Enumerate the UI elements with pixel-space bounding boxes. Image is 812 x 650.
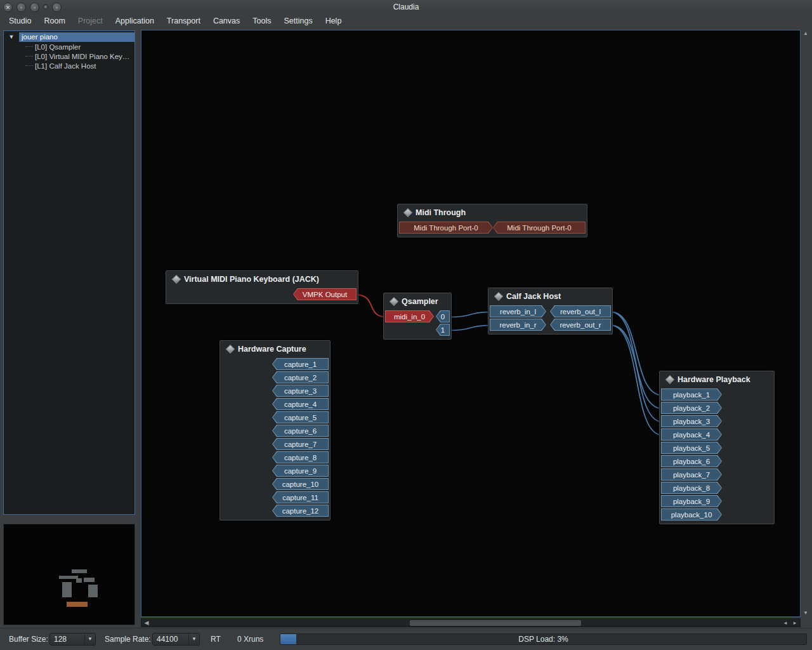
titlebar[interactable]: ✕◦◦·◦ Claudia [0, 0, 812, 14]
port-capture_11[interactable]: capture_11 [272, 491, 329, 503]
canvas-minimap[interactable] [3, 524, 135, 625]
port-capture_1[interactable]: capture_1 [272, 358, 329, 370]
port-capture_3[interactable]: capture_3 [272, 385, 329, 397]
port-Midi Through Port-0[interactable]: Midi Through Port-0 [399, 222, 493, 234]
port-playback_9[interactable]: playback_9 [661, 495, 722, 507]
menu-project: Project [72, 15, 109, 27]
port-playback_8[interactable]: playback_8 [661, 482, 722, 494]
port-capture_4[interactable]: capture_4 [272, 398, 329, 410]
port-label: playback_5 [673, 442, 710, 454]
titlebar-button-2[interactable]: ◦ [30, 3, 39, 12]
port-playback_3[interactable]: playback_3 [661, 415, 722, 427]
port-label: capture_7 [284, 439, 317, 450]
port-playback_1[interactable]: playback_1 [661, 388, 722, 401]
tree-root-label[interactable]: jouer piano [19, 32, 134, 42]
scroll-up-icon[interactable]: ▲ [802, 30, 809, 37]
port-reverb_in_l[interactable]: reverb_in_l [490, 305, 546, 317]
node-title-text: Qsampler [402, 297, 438, 306]
menu-settings[interactable]: Settings [277, 15, 318, 27]
node-title-text: Midi Through [416, 208, 466, 217]
port-playback_2[interactable]: playback_2 [661, 402, 722, 414]
port-playback_6[interactable]: playback_6 [661, 455, 722, 467]
connection-wire [611, 312, 662, 422]
buffer-size-select[interactable]: 128 ▼ [49, 633, 96, 646]
claudia-window: ✕◦◦·◦ Claudia StudioRoomProjectApplicati… [0, 0, 812, 650]
port-label: capture_1 [284, 359, 317, 370]
minimap-node [84, 578, 95, 582]
scroll-right-icon[interactable]: ▸ [790, 619, 799, 627]
patchbay-canvas[interactable]: Midi ThroughMidi Through Port-0Midi Thro… [141, 30, 801, 617]
node-hw-capture[interactable]: Hardware Capturecapture_1capture_2captur… [219, 340, 331, 521]
port-label: playback_6 [673, 456, 710, 467]
node-midi-through[interactable]: Midi ThroughMidi Through Port-0Midi Thro… [397, 204, 587, 237]
port-reverb_out_r[interactable]: reverb_out_r [550, 319, 611, 331]
tree-item-1[interactable]: [L0] Virtual MIDI Piano Key… [4, 51, 134, 61]
tree-item-0[interactable]: [L0] Qsampler [4, 42, 134, 51]
menu-application[interactable]: Application [109, 15, 160, 27]
port-playback_4[interactable]: playback_4 [661, 428, 722, 441]
dsp-load-text: DSP Load: 3% [280, 634, 806, 644]
port-1[interactable]: 1 [436, 324, 450, 336]
scroll-left-icon[interactable]: ◀ [142, 619, 151, 627]
port-capture_12[interactable]: capture_12 [272, 505, 329, 517]
port-VMPK Output[interactable]: VMPK Output [293, 288, 357, 300]
port-label: capture_11 [282, 492, 318, 503]
minimap-node [88, 585, 98, 597]
node-calf[interactable]: Calf Jack Hostreverb_in_lreverb_out_lrev… [488, 288, 613, 335]
port-reverb_out_l[interactable]: reverb_out_l [550, 305, 611, 317]
port-midi_in_0[interactable]: midi_in_0 [385, 310, 434, 322]
port-label: Midi Through Port-0 [414, 222, 478, 234]
tree-item-label: [L1] Calf Jack Host [35, 62, 96, 70]
studio-sidebar: ▼ jouer piano [L0] Qsampler[L0] Virtual … [0, 28, 138, 628]
port-reverb_in_r[interactable]: reverb_in_r [490, 319, 546, 331]
port-label: VMPK Output [303, 289, 347, 300]
minimap-node [62, 582, 72, 597]
port-label: reverb_in_r [499, 319, 536, 331]
node-title: Virtual MIDI Piano Keyboard (JACK) [166, 271, 358, 287]
port-capture_6[interactable]: capture_6 [272, 425, 329, 437]
port-label: midi_in_0 [394, 311, 425, 322]
close-button[interactable]: ✕ [3, 3, 13, 12]
titlebar-indicator-dot[interactable]: · [43, 4, 48, 10]
node-qsampler[interactable]: Qsamplermidi_in_001 [383, 293, 452, 340]
tree-expander-icon[interactable]: ▼ [4, 34, 19, 40]
menu-tools[interactable]: Tools [246, 15, 277, 27]
ladish-diamond-icon [226, 344, 235, 353]
port-row: capture_4 [220, 397, 330, 411]
tree-item-2[interactable]: [L1] Calf Jack Host [4, 61, 134, 70]
port-capture_10[interactable]: capture_10 [272, 478, 329, 490]
ladish-diamond-icon [390, 296, 398, 305]
tree-item-label: [L0] Virtual MIDI Piano Key… [35, 53, 129, 60]
node-vmpk[interactable]: Virtual MIDI Piano Keyboard (JACK)VMPK O… [166, 270, 358, 304]
menu-studio[interactable]: Studio [3, 15, 37, 27]
horizontal-scrollbar-handle[interactable] [410, 620, 581, 626]
port-capture_5[interactable]: capture_5 [272, 411, 329, 423]
menu-transport[interactable]: Transport [160, 15, 207, 27]
menubar: StudioRoomProjectApplicationTransportCan… [0, 14, 812, 28]
sample-rate-select[interactable]: 44100 ▼ [152, 633, 200, 646]
titlebar-button-1[interactable]: ◦ [16, 3, 26, 12]
port-row: playback_2 [660, 401, 774, 415]
port-capture_8[interactable]: capture_8 [272, 451, 329, 463]
port-row: capture_9 [220, 464, 330, 477]
scroll-down-icon[interactable]: ▼ [802, 609, 809, 617]
port-capture_7[interactable]: capture_7 [272, 438, 329, 450]
port-playback_5[interactable]: playback_5 [661, 442, 722, 454]
menu-canvas[interactable]: Canvas [207, 15, 246, 27]
port-capture_9[interactable]: capture_9 [272, 465, 329, 477]
node-hw-playback[interactable]: Hardware Playbackplayback_1playback_2pla… [659, 371, 775, 524]
menu-help[interactable]: Help [319, 15, 348, 27]
tree-item-studio-root[interactable]: ▼ jouer piano [4, 32, 134, 42]
menu-room[interactable]: Room [37, 15, 71, 27]
port-Midi Through Port-0[interactable]: Midi Through Port-0 [493, 222, 586, 234]
scroll-left-2-icon[interactable]: ◂ [781, 619, 790, 627]
port-playback_7[interactable]: playback_7 [661, 468, 722, 481]
port-0[interactable]: 0 [436, 310, 450, 322]
studio-tree-panel[interactable]: ▼ jouer piano [L0] Qsampler[L0] Virtual … [3, 30, 135, 515]
port-capture_2[interactable]: capture_2 [272, 371, 329, 383]
node-title: Hardware Capture [220, 341, 330, 357]
titlebar-button-3[interactable]: ◦ [52, 3, 62, 12]
port-label: reverb_out_r [560, 319, 601, 331]
port-playback_10[interactable]: playback_10 [661, 508, 722, 521]
minimap-node [76, 578, 82, 583]
